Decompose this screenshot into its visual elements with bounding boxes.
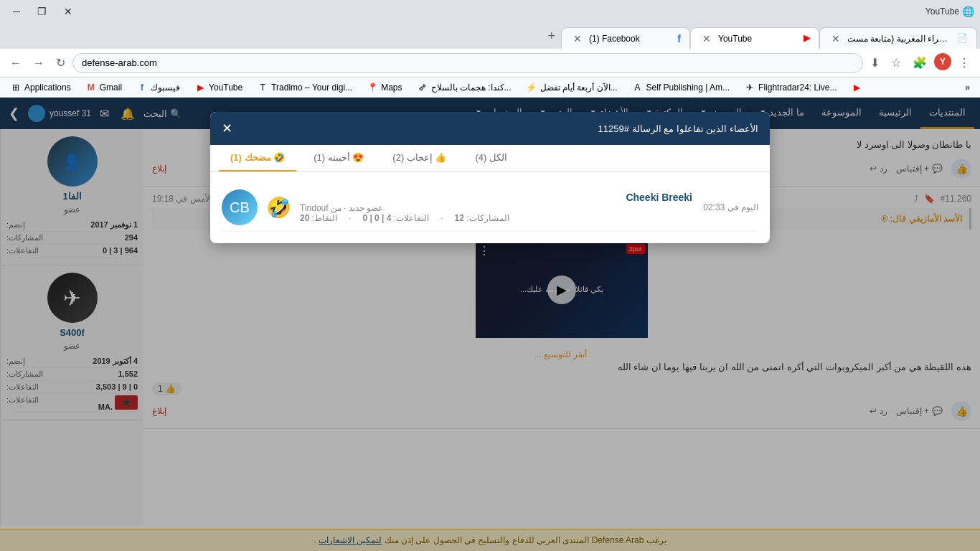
tab-3-close[interactable]: ✕ xyxy=(570,32,585,46)
modal-tab-funny[interactable]: 🤣 مضحك (1) xyxy=(219,145,296,171)
tab-1-favicon: 📄 xyxy=(956,33,968,44)
reaction-item-1: اليوم في 02:33 Cheeki Breeki عضو جديد · … xyxy=(222,184,758,232)
address-actions: ⬇ ☆ 🧩 Y ⋮ xyxy=(866,53,974,72)
canada-icon: 🗞 xyxy=(417,82,428,93)
profile-button[interactable]: Y xyxy=(934,53,951,70)
youtube-icon: ▶ xyxy=(194,82,206,93)
bookmark-applications[interactable]: ⊞ Applications xyxy=(6,80,75,95)
gmail-icon: M xyxy=(85,82,97,93)
reaction-username[interactable]: Cheeki Breeki xyxy=(300,192,692,203)
bookmark-gmail[interactable]: M Gmail xyxy=(81,80,126,95)
window-title: YouTube xyxy=(925,6,959,17)
modal-tab-love[interactable]: 😍 أحببته (1) xyxy=(302,145,375,171)
bookmark-gmail-label: Gmail xyxy=(100,83,122,93)
bookmark-maps[interactable]: 📍 Maps xyxy=(362,80,406,95)
bookmark-star-button[interactable]: ☆ xyxy=(887,53,905,72)
reaction-location: عضو جديد · من Tindouf xyxy=(300,203,383,213)
tab-2-title: YouTube xyxy=(718,34,794,44)
bookmark-selfpub[interactable]: A Self Publishing | Am... xyxy=(628,80,735,95)
close-button[interactable]: ✕ xyxy=(57,3,80,20)
reaction-avatar[interactable]: CB xyxy=(222,189,258,225)
bookmark-applications-label: Applications xyxy=(24,83,71,93)
modal-tab-funny-icon: 🤣 xyxy=(273,152,285,163)
facebook-icon: f xyxy=(136,82,148,93)
modal-tab-love-icon: 😍 xyxy=(352,152,364,163)
tab-1[interactable]: 📄 ملف الصحراء المغربية (متابعة مست ✕ xyxy=(819,27,977,49)
bookmark-flightradar-label: Flightradar24: Live... xyxy=(758,83,837,93)
tab-2-close[interactable]: ✕ xyxy=(699,32,714,46)
modal-body: اليوم في 02:33 Cheeki Breeki عضو جديد · … xyxy=(210,172,770,243)
tab-3[interactable]: f (1) Facebook ✕ xyxy=(561,27,690,49)
menu-button[interactable]: ⋮ xyxy=(954,53,974,72)
new-tab-button[interactable]: + xyxy=(542,29,561,44)
bookmark-tradimo-label: Tradimo – Your digi... xyxy=(271,83,352,93)
modal-close-button[interactable]: ✕ xyxy=(222,121,232,136)
bookmark-canada[interactable]: 🗞 كندا: هجمات بالسلاح... xyxy=(413,80,516,95)
modal-tab-like[interactable]: 👍 إعجاب (2) xyxy=(381,145,458,171)
flightradar-icon: ✈ xyxy=(744,82,755,93)
bookmark-youtube-label: YouTube xyxy=(209,83,242,93)
tradimo-icon: T xyxy=(257,82,268,93)
bookmark-now[interactable]: ⚡ الآن أربعة أيام تفضل... xyxy=(522,80,622,95)
bookmark-facebook[interactable]: f فيسبوك xyxy=(132,80,184,95)
bookmark-youtube2[interactable]: ▶ xyxy=(847,80,867,95)
modal-tab-like-icon: 👍 xyxy=(435,152,446,163)
window-controls: ─ ❐ ✕ xyxy=(6,3,80,20)
reaction-location-value: Tindouf xyxy=(300,203,329,213)
selfpub-icon: A xyxy=(632,82,644,93)
title-bar: 🌐 YouTube ─ ❐ ✕ xyxy=(0,0,980,23)
modal-tab-all[interactable]: الكل (4) xyxy=(463,145,519,171)
modal-tabs: الكل (4) 👍 إعجاب (2) 😍 أحببته (1) 🤣 مضحك… xyxy=(210,145,770,172)
tab-3-favicon: f xyxy=(669,33,681,44)
tab-2-favicon: ▶ xyxy=(798,33,810,44)
modal-title: الأعضاء الذين تفاعلوا مع الرسالة #11259 xyxy=(598,123,758,134)
bookmark-now-label: الآن أربعة أيام تفضل... xyxy=(540,83,618,93)
reaction-avatar-icon: CB xyxy=(230,199,250,216)
modal-tab-love-label: أحببته (1) xyxy=(314,152,350,163)
tab-1-title: ملف الصحراء المغربية (متابعة مست xyxy=(847,34,952,44)
bookmark-youtube[interactable]: ▶ YouTube xyxy=(190,80,247,95)
bookmark-facebook-label: فيسبوك xyxy=(151,83,180,93)
tab-2[interactable]: ▶ YouTube ✕ xyxy=(690,27,819,49)
site-content: المنتديات الرئيسية الموسوعة ما الجديد ▼ … xyxy=(0,98,980,551)
modal-overlay: الأعضاء الذين تفاعلوا مع الرسالة #11259 … xyxy=(0,98,980,551)
bookmark-tradimo[interactable]: T Tradimo – Your digi... xyxy=(253,80,357,95)
modal-tab-funny-label: مضحك (1) xyxy=(230,152,271,163)
reaction-time: اليوم في 02:33 xyxy=(701,202,758,212)
maps-icon: 📍 xyxy=(367,82,378,93)
modal-tab-like-label: إعجاب (2) xyxy=(392,152,433,163)
stat-reactions-modal: التفاعلات: 4 | 0 | 0 xyxy=(362,213,429,223)
tab-1-close[interactable]: ✕ xyxy=(829,32,843,46)
bookmark-maps-label: Maps xyxy=(381,83,402,93)
bookmarks-more[interactable]: » xyxy=(961,81,974,94)
refresh-button[interactable]: ↻ xyxy=(52,53,70,72)
modal-header: الأعضاء الذين تفاعلوا مع الرسالة #11259 … xyxy=(210,112,770,145)
tab-3-title: (1) Facebook xyxy=(589,34,665,44)
forward-button[interactable]: → xyxy=(29,54,49,72)
now-icon: ⚡ xyxy=(526,82,537,93)
reaction-emoji: 🤣 xyxy=(266,196,291,220)
extensions-button[interactable]: 🧩 xyxy=(908,53,931,72)
reaction-stats: المشاركات: 12 · التفاعلات: 4 | 0 | 0 · ا… xyxy=(300,213,692,223)
bookmarks-bar: ⊞ Applications M Gmail f فيسبوك ▶ YouTub… xyxy=(0,77,980,98)
bookmark-flightradar[interactable]: ✈ Flightradar24: Live... xyxy=(740,80,841,95)
reaction-user-info: Cheeki Breeki عضو جديد · من Tindouf xyxy=(300,192,692,223)
download-button[interactable]: ⬇ xyxy=(866,53,884,72)
reaction-role: عضو جديد xyxy=(349,203,383,213)
reaction-sub-info: عضو جديد · من Tindouf xyxy=(300,203,692,213)
address-input[interactable] xyxy=(72,53,863,73)
bookmark-canada-label: كندا: هجمات بالسلاح... xyxy=(431,83,512,93)
reaction-location-label: من xyxy=(331,203,341,213)
stat-points-modal: النقاط: 20 xyxy=(300,213,337,223)
minimize-button[interactable]: ─ xyxy=(6,3,27,20)
tab-bar: 📄 ملف الصحراء المغربية (متابعة مست ✕ ▶ Y… xyxy=(0,23,980,49)
back-button[interactable]: ← xyxy=(6,54,26,72)
reactions-modal: الأعضاء الذين تفاعلوا مع الرسالة #11259 … xyxy=(210,112,770,243)
bookmark-selfpub-label: Self Publishing | Am... xyxy=(646,83,730,93)
applications-icon: ⊞ xyxy=(10,82,22,93)
address-bar: ← → ↻ ⬇ ☆ 🧩 Y ⋮ xyxy=(0,49,980,77)
stat-shares-modal: المشاركات: 12 xyxy=(455,213,509,223)
maximize-button[interactable]: ❐ xyxy=(30,3,54,20)
youtube2-icon: ▶ xyxy=(851,82,862,93)
